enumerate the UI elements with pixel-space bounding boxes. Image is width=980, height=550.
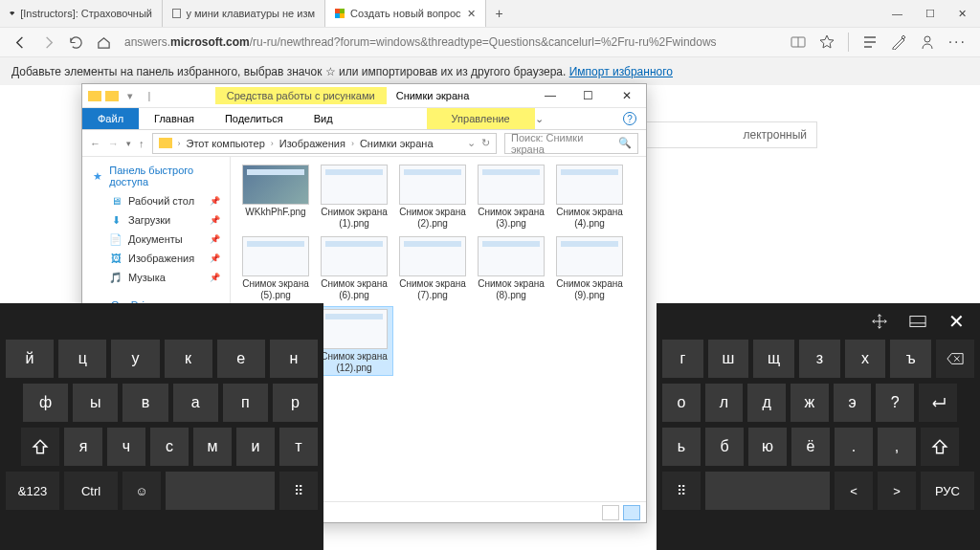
- details-view-button[interactable]: [602, 505, 619, 520]
- nav-forward-icon[interactable]: →: [108, 138, 119, 149]
- file-thumbnail[interactable]: WKkhPhF.png: [236, 163, 315, 231]
- explorer-maximize-button[interactable]: ☐: [569, 89, 608, 102]
- key-ш[interactable]: ш: [708, 340, 749, 378]
- quick-access-header[interactable]: ★Панель быстрого доступа: [82, 161, 230, 191]
- breadcrumb[interactable]: › Этот компьютер› Изображения› Снимки эк…: [152, 133, 498, 154]
- key-?[interactable]: ?: [876, 384, 914, 422]
- file-thumbnail[interactable]: Снимок экрана (2).png: [393, 163, 472, 231]
- backspace-key[interactable]: [936, 340, 974, 378]
- numsym-key[interactable]: &123: [6, 472, 59, 510]
- key-ф[interactable]: ф: [23, 384, 68, 422]
- sidebar-item[interactable]: 🖼Изображения📌: [82, 249, 230, 268]
- shift-key[interactable]: [921, 428, 959, 466]
- key-у[interactable]: у: [111, 340, 159, 378]
- file-thumbnail[interactable]: Снимок экрана (4).png: [550, 163, 629, 231]
- key-ч[interactable]: ч: [107, 428, 145, 466]
- key-т[interactable]: т: [279, 428, 318, 466]
- key-я[interactable]: я: [64, 428, 102, 466]
- file-thumbnail[interactable]: Снимок экрана (12).png: [315, 306, 393, 376]
- browser-tab[interactable]: [Instructors]: Страховочный: [0, 0, 163, 27]
- key-.[interactable]: .: [835, 428, 873, 466]
- file-thumbnail[interactable]: Снимок экрана (3).png: [472, 163, 550, 231]
- search-input[interactable]: Поиск: Снимки экрана🔍: [504, 133, 638, 154]
- tab-close-icon[interactable]: ✕: [467, 8, 476, 20]
- hub-icon[interactable]: [862, 34, 878, 50]
- key-б[interactable]: б: [705, 428, 744, 466]
- browser-tab-active[interactable]: Создать новый вопрос ✕: [325, 0, 486, 27]
- key-а[interactable]: а: [173, 384, 218, 422]
- key-ц[interactable]: ц: [58, 340, 106, 378]
- ribbon-tab-home[interactable]: Главная: [139, 108, 210, 129]
- key-с[interactable]: с: [150, 428, 189, 466]
- file-thumbnail[interactable]: Снимок экрана (5).png: [236, 234, 315, 302]
- key-й[interactable]: й: [6, 340, 54, 378]
- key-л[interactable]: л: [705, 384, 744, 422]
- key-э[interactable]: э: [834, 384, 872, 422]
- explorer-minimize-button[interactable]: —: [531, 89, 569, 102]
- forward-button[interactable]: [41, 35, 56, 50]
- shift-key[interactable]: [21, 428, 59, 466]
- grip-key[interactable]: ⠿: [662, 472, 701, 510]
- window-maximize-button[interactable]: ☐: [925, 8, 935, 20]
- key-о[interactable]: о: [662, 384, 701, 422]
- key-ъ[interactable]: ъ: [890, 340, 931, 378]
- share-icon[interactable]: [920, 34, 935, 50]
- explorer-close-button[interactable]: ✕: [608, 89, 646, 102]
- key-ж[interactable]: ж: [791, 384, 829, 422]
- sidebar-item[interactable]: 🎵Музыка📌: [82, 268, 230, 287]
- key-ы[interactable]: ы: [73, 384, 118, 422]
- key-ё[interactable]: ё: [791, 428, 830, 466]
- file-thumbnail[interactable]: Снимок экрана (1).png: [315, 163, 393, 231]
- key-и[interactable]: и: [236, 428, 275, 466]
- enter-key[interactable]: [919, 384, 957, 422]
- sidebar-item[interactable]: 🖥Рабочий стол📌: [82, 191, 230, 210]
- favorite-icon[interactable]: [819, 34, 835, 50]
- keyboard-layout-icon[interactable]: [907, 311, 928, 332]
- key-м[interactable]: м: [193, 428, 232, 466]
- ribbon-tab-share[interactable]: Поделиться: [210, 108, 299, 129]
- address-bar[interactable]: answers.microsoft.com/ru-ru/newthread?fo…: [124, 35, 777, 49]
- ribbon-tab-manage[interactable]: Управление: [427, 108, 535, 129]
- refresh-button[interactable]: [69, 35, 83, 50]
- import-favorites-link[interactable]: Импорт избранного: [569, 65, 673, 78]
- cursor-right-key[interactable]: >: [878, 472, 916, 510]
- key-д[interactable]: д: [747, 384, 786, 422]
- new-tab-button[interactable]: +: [486, 6, 513, 21]
- nav-recent-icon[interactable]: ▾: [126, 139, 131, 148]
- webnote-icon[interactable]: [891, 34, 906, 50]
- sidebar-item[interactable]: 📄Документы📌: [82, 230, 230, 249]
- key-з[interactable]: з: [799, 340, 840, 378]
- key-,[interactable]: ,: [878, 428, 916, 466]
- window-close-button[interactable]: ✕: [958, 8, 967, 20]
- move-keyboard-icon[interactable]: [869, 311, 890, 332]
- key-к[interactable]: к: [165, 340, 212, 378]
- more-icon[interactable]: ···: [948, 33, 967, 51]
- ribbon-collapse-icon[interactable]: ⌄: [535, 113, 544, 125]
- key-р[interactable]: р: [273, 384, 318, 422]
- ribbon-tab-file[interactable]: Файл: [82, 108, 139, 129]
- key-г[interactable]: г: [662, 340, 703, 378]
- key-щ[interactable]: щ: [753, 340, 794, 378]
- emoji-key[interactable]: ☺: [122, 472, 161, 510]
- file-thumbnail[interactable]: Снимок экрана (6).png: [315, 234, 393, 302]
- ctrl-key[interactable]: Ctrl: [64, 472, 118, 510]
- ribbon-tab-view[interactable]: Вид: [299, 108, 348, 129]
- nav-back-icon[interactable]: ←: [90, 138, 100, 149]
- back-button[interactable]: [13, 35, 28, 50]
- nav-up-icon[interactable]: ↑: [139, 138, 145, 149]
- file-thumbnail[interactable]: Снимок экрана (8).png: [472, 234, 550, 302]
- key-х[interactable]: х: [845, 340, 886, 378]
- close-keyboard-icon[interactable]: ✕: [946, 311, 967, 332]
- key-в[interactable]: в: [122, 384, 167, 422]
- key-е[interactable]: е: [217, 340, 265, 378]
- grip-key[interactable]: ⠿: [279, 472, 318, 510]
- space-key-left[interactable]: [166, 472, 275, 510]
- file-thumbnail[interactable]: Снимок экрана (7).png: [393, 234, 472, 302]
- window-minimize-button[interactable]: —: [892, 8, 902, 20]
- key-ю[interactable]: ю: [748, 428, 787, 466]
- space-key-right[interactable]: [705, 472, 830, 510]
- sidebar-item[interactable]: ⬇Загрузки📌: [82, 210, 230, 230]
- file-thumbnail[interactable]: Снимок экрана (9).png: [550, 234, 629, 302]
- reading-view-icon[interactable]: [791, 34, 806, 50]
- key-ь[interactable]: ь: [662, 428, 701, 466]
